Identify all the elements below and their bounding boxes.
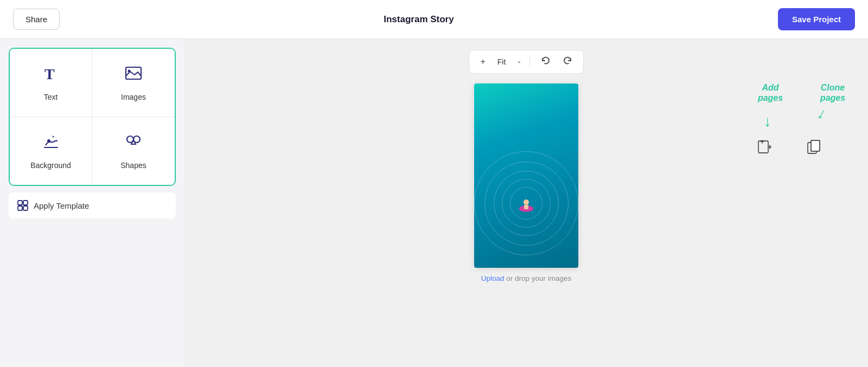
tool-background-label: Background: [30, 161, 71, 170]
clone-pages-arrow: ↓: [815, 105, 829, 122]
zoom-in-button[interactable]: +: [475, 55, 490, 69]
tool-text[interactable]: T Text: [10, 49, 92, 117]
upload-area: Upload or drop your images: [481, 273, 572, 283]
svg-rect-7: [23, 201, 28, 205]
canvas-image: [474, 83, 578, 268]
svg-rect-9: [23, 206, 28, 210]
clone-page-button[interactable]: [807, 140, 821, 156]
zoom-out-button[interactable]: -: [512, 55, 526, 69]
share-button[interactable]: Share: [13, 9, 60, 30]
background-icon: [41, 132, 61, 156]
tool-images[interactable]: Images: [92, 49, 175, 117]
tool-shapes[interactable]: Shapes: [92, 117, 175, 185]
images-icon: [124, 64, 143, 87]
undo-button[interactable]: [535, 54, 556, 70]
undo-icon: [541, 56, 551, 66]
header: Share Instagram Story Save Project: [0, 0, 868, 39]
clone-page-icon: [807, 140, 821, 154]
svg-rect-8: [18, 206, 22, 210]
apply-template-button[interactable]: Apply Template: [9, 192, 176, 218]
tool-shapes-label: Shapes: [120, 161, 146, 170]
canvas-area: + Fit -: [184, 39, 868, 367]
upload-link[interactable]: Upload: [481, 274, 505, 282]
save-project-button[interactable]: Save Project: [778, 8, 855, 30]
add-page-icon: [757, 140, 771, 154]
add-pages-arrow: ↓: [764, 114, 771, 129]
toolbar-divider: [529, 56, 530, 67]
tool-background[interactable]: Background: [10, 117, 92, 185]
swimmer-figure: [518, 197, 535, 216]
undo-redo-group: [535, 54, 578, 70]
page-title: Instagram Story: [384, 14, 454, 25]
svg-rect-12: [524, 205, 528, 209]
svg-text:T: T: [44, 66, 55, 82]
tool-text-label: Text: [44, 93, 58, 101]
template-icon: [17, 200, 28, 211]
svg-rect-6: [18, 201, 22, 205]
tool-images-label: Images: [121, 93, 146, 101]
shapes-icon: [124, 132, 143, 156]
zoom-toolbar: + Fit -: [469, 50, 583, 74]
swimmer-icon: [518, 197, 535, 214]
canvas-card: [474, 83, 578, 268]
clone-pages-annotation: Clone pages: [808, 82, 857, 103]
ripple-container: [474, 83, 578, 268]
upload-suffix: or drop your images: [504, 274, 571, 282]
add-pages-annotation: Add pages: [749, 82, 792, 103]
svg-rect-19: [811, 140, 820, 151]
add-page-button[interactable]: [757, 140, 771, 156]
apply-template-label: Apply Template: [34, 201, 89, 210]
text-icon: T: [41, 64, 61, 87]
sidebar: T Text Images: [0, 39, 184, 367]
upload-text: Upload or drop your images: [481, 274, 572, 282]
svg-point-2: [128, 70, 131, 73]
redo-button[interactable]: [557, 54, 578, 70]
redo-icon: [563, 56, 572, 66]
svg-point-3: [47, 139, 50, 143]
svg-point-11: [524, 199, 529, 205]
tool-grid: T Text Images: [9, 48, 176, 186]
zoom-fit-label: Fit: [492, 55, 512, 68]
svg-rect-13: [758, 141, 768, 153]
body: T Text Images: [0, 39, 868, 367]
